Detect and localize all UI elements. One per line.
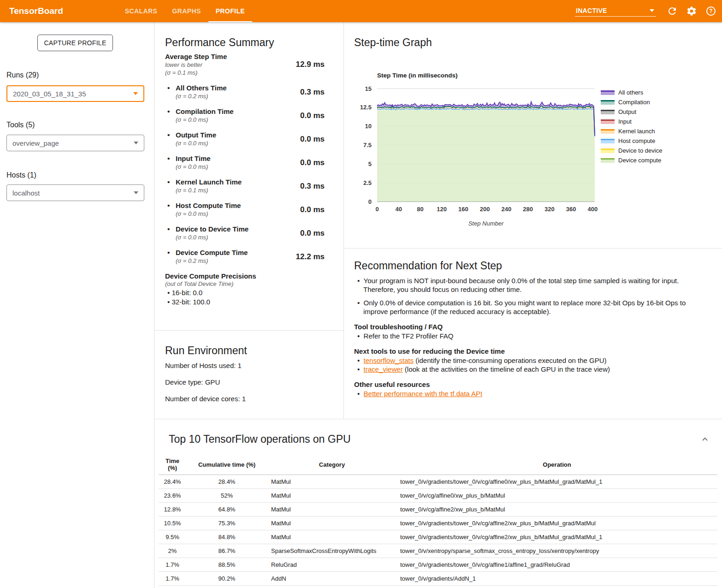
legend-label: All others bbox=[618, 89, 643, 96]
operation-cell: tower_0/v/cg/affine2/xw_plus_b/MatMul bbox=[397, 503, 717, 517]
metric-text: Compilation Time(σ = 0.0 ms) bbox=[176, 107, 234, 124]
legend-label: Kernel launch bbox=[618, 128, 655, 135]
settings-gear-icon[interactable] bbox=[686, 6, 697, 17]
tools-dropdown[interactable]: overview_page bbox=[6, 135, 144, 151]
metric-value: 0.0 ms bbox=[300, 205, 325, 214]
next-tool-desc: (identify the time-consuming operations … bbox=[414, 356, 607, 364]
runs-label: Runs (29) bbox=[6, 71, 39, 79]
legend-swatch-icon bbox=[601, 139, 615, 143]
legend-label: Output bbox=[618, 108, 636, 115]
operation-cell: tower_0/v/cg/affine0/xw_plus_b/MatMul bbox=[397, 489, 717, 503]
metric-value: 0.3 ms bbox=[300, 182, 325, 191]
metric-sigma: (σ = 0.0 ms) bbox=[176, 116, 234, 124]
table-row: 28.4%28.4%MatMultower_0/v/gradients/towe… bbox=[159, 475, 717, 489]
table-row: 23.6%52%MatMultower_0/v/cg/affine0/xw_pl… bbox=[159, 489, 717, 503]
metric-text: Host Compute Time(σ = 0.0 ms) bbox=[176, 202, 241, 218]
run-environment-item: Number of device cores: 1 bbox=[165, 395, 246, 403]
category-cell: MatMul bbox=[267, 530, 397, 544]
svg-text:0: 0 bbox=[375, 206, 379, 213]
tab-profile[interactable]: PROFILE bbox=[208, 0, 252, 22]
cumulative-time-cell: 91.9% bbox=[186, 586, 267, 588]
bullet-dot-icon: • bbox=[167, 131, 176, 147]
graph-rec-divider bbox=[344, 248, 722, 249]
sidebar-divider bbox=[154, 22, 154, 588]
run-environment-items: Number of Hosts used: 1Device type: GPUN… bbox=[165, 362, 246, 411]
hosts-dropdown[interactable]: localhost bbox=[6, 184, 144, 201]
cumulative-time-cell: 88.5% bbox=[186, 558, 267, 572]
precisions-label: Device Compute Precisions bbox=[165, 272, 325, 280]
bullet-dot-icon: • bbox=[167, 225, 176, 241]
metric-sigma: (σ = 0.0 ms) bbox=[176, 139, 216, 147]
top-navbar: TensorBoard SCALARS GRAPHS PROFILE INACT… bbox=[0, 0, 722, 22]
legend-swatch-icon bbox=[601, 100, 615, 105]
legend-swatch-icon bbox=[601, 90, 615, 95]
status-dropdown[interactable]: INACTIVE bbox=[575, 6, 656, 17]
category-cell: MatMul bbox=[267, 475, 397, 489]
tools-dropdown-value: overview_page bbox=[12, 139, 59, 147]
bullet-dot-icon: • bbox=[357, 332, 364, 340]
step-time-graph-title: Step-time Graph bbox=[354, 36, 432, 49]
category-cell: MatMul bbox=[267, 517, 397, 530]
faq-heading: Tool troubleshooting / FAQ bbox=[354, 323, 705, 331]
collapse-chevron-up-icon[interactable] bbox=[700, 434, 710, 444]
bullet-dot-icon: • bbox=[357, 390, 364, 398]
tab-scalars[interactable]: SCALARS bbox=[118, 0, 165, 22]
chevron-down-icon bbox=[134, 142, 138, 144]
table-row: 1.7%88.5%ReluGradtower_0/v/gradients/tow… bbox=[159, 558, 717, 572]
metric-text: Device to Device Time(σ = 0.0 ms) bbox=[176, 225, 249, 241]
svg-text:Step Number: Step Number bbox=[468, 220, 504, 227]
runs-dropdown[interactable]: 2020_03_05_18_31_35 bbox=[6, 85, 144, 102]
metric-text: Output Time(σ = 0.0 ms) bbox=[176, 131, 216, 147]
tab-graphs[interactable]: GRAPHS bbox=[165, 0, 208, 22]
chevron-down-icon bbox=[650, 9, 654, 12]
metric-sigma: (σ = 0.2 ms) bbox=[176, 92, 227, 100]
table-row: 1.7%91.9%ApplyGradientDescentappend_appl… bbox=[159, 586, 717, 588]
legend-label: Host compute bbox=[618, 137, 655, 144]
svg-text:7.5: 7.5 bbox=[363, 142, 372, 148]
svg-text:240: 240 bbox=[502, 206, 512, 213]
legend-label: Device to device bbox=[618, 147, 662, 154]
precisions-subtitle: (out of Total Device Time) bbox=[165, 280, 325, 288]
svg-text:200: 200 bbox=[480, 206, 490, 213]
svg-text:40: 40 bbox=[395, 206, 402, 213]
legend-item: Compilation bbox=[601, 97, 662, 107]
metric-value: 12.2 ms bbox=[296, 252, 325, 261]
recommendation-bullet: • Only 0.0% of device computation is 16 … bbox=[354, 298, 705, 316]
bullet-dot-icon: • bbox=[167, 107, 176, 124]
time-cell: 9.5% bbox=[159, 530, 186, 544]
metric-value: 0.0 ms bbox=[300, 111, 325, 120]
svg-text:5: 5 bbox=[368, 160, 372, 167]
table-column-header: Operation bbox=[397, 454, 717, 475]
tfdata-performance-link[interactable]: Better performance with the tf.data API bbox=[364, 390, 483, 398]
table-row: 10.5%75.3%MatMultower_0/v/gradients/towe… bbox=[159, 517, 717, 530]
metric-left: •Compilation Time(σ = 0.0 ms) bbox=[165, 107, 234, 124]
bullet-dot-icon: • bbox=[357, 299, 364, 307]
metric-row-average: Average Step Timelower is better(σ = 0.1… bbox=[165, 53, 325, 77]
runs-dropdown-value: 2020_03_05_18_31_35 bbox=[13, 90, 86, 98]
top-ops-table: Time (%)Cumulative time (%)CategoryOpera… bbox=[159, 454, 717, 588]
category-cell: ApplyGradientDescent bbox=[267, 586, 397, 588]
legend-item: Kernel launch bbox=[601, 126, 662, 136]
tensorflow-stats-link[interactable]: tensorflow_stats bbox=[364, 356, 414, 364]
metric-left: •Device Compute Time(σ = 0.2 ms) bbox=[165, 249, 248, 265]
other-resources-heading: Other useful resources bbox=[354, 380, 705, 388]
trace-viewer-link[interactable]: trace_viewer bbox=[364, 365, 403, 373]
metric-row: •Device to Device Time(σ = 0.0 ms)0.0 ms bbox=[165, 225, 325, 241]
metric-subtitle: lower is better bbox=[165, 61, 227, 69]
time-cell: 1.7% bbox=[159, 586, 186, 588]
bullet-dot-icon: • bbox=[167, 154, 176, 171]
metric-sigma: (σ = 0.0 ms) bbox=[176, 210, 241, 218]
metric-left: Average Step Timelower is better(σ = 0.1… bbox=[165, 53, 227, 77]
legend-label: Compilation bbox=[618, 99, 650, 106]
time-cell: 2% bbox=[159, 544, 186, 558]
cumulative-time-cell: 28.4% bbox=[186, 475, 267, 489]
metric-row: •All Others Time(σ = 0.2 ms)0.3 ms bbox=[165, 84, 325, 100]
help-icon[interactable]: ? bbox=[705, 6, 716, 17]
capture-profile-button[interactable]: CAPTURE PROFILE bbox=[37, 35, 113, 51]
metric-text: Kernel Launch Time(σ = 0.1 ms) bbox=[176, 178, 242, 194]
category-cell: ReluGrad bbox=[267, 558, 397, 572]
reload-icon[interactable] bbox=[667, 6, 678, 17]
legend-item: Input bbox=[601, 117, 662, 126]
chevron-down-icon bbox=[134, 191, 138, 194]
svg-text:?: ? bbox=[709, 8, 712, 14]
